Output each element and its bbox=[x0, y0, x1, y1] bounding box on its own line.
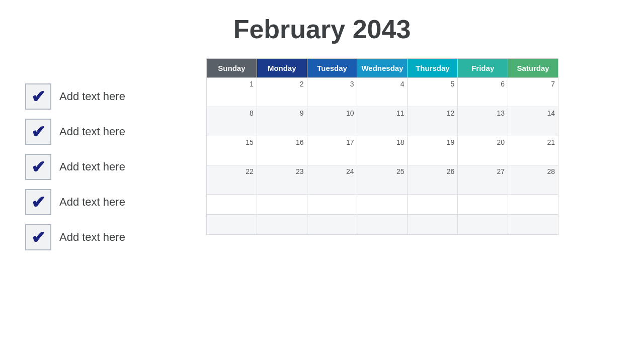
calendar-cell[interactable] bbox=[307, 215, 357, 235]
checklist-item-text: Add text here bbox=[59, 90, 125, 103]
calendar-cell[interactable] bbox=[207, 195, 257, 215]
calendar-cell[interactable]: 6 bbox=[458, 78, 508, 107]
calendar-cell[interactable]: 20 bbox=[458, 136, 508, 165]
calendar-cell[interactable]: 11 bbox=[357, 107, 408, 136]
checkmark-icon: ✔ bbox=[31, 123, 45, 140]
calendar-header-thursday: Thursday bbox=[408, 59, 458, 78]
date-number: 3 bbox=[310, 80, 354, 88]
date-number: 22 bbox=[210, 167, 254, 175]
date-number: 9 bbox=[260, 109, 304, 117]
calendar-header-wednesday: Wednesday bbox=[357, 59, 408, 78]
checkbox[interactable]: ✔ bbox=[25, 189, 51, 215]
calendar-cell[interactable] bbox=[257, 215, 307, 235]
calendar-week bbox=[207, 195, 558, 215]
date-number: 8 bbox=[210, 109, 254, 117]
date-number: 26 bbox=[411, 167, 454, 175]
checklist-item-text: Add text here bbox=[59, 125, 125, 138]
calendar-cell[interactable] bbox=[408, 215, 458, 235]
calendar-cell[interactable] bbox=[307, 195, 357, 215]
date-number: 28 bbox=[511, 167, 555, 175]
calendar-cell[interactable]: 24 bbox=[307, 165, 357, 195]
calendar-container: SundayMondayTuesdayWednesdayThursdayFrid… bbox=[206, 58, 644, 250]
calendar-cell[interactable]: 26 bbox=[408, 165, 458, 195]
calendar-cell[interactable]: 16 bbox=[257, 136, 307, 165]
date-number: 25 bbox=[360, 167, 404, 175]
calendar-cell[interactable] bbox=[357, 215, 408, 235]
calendar-cell[interactable]: 5 bbox=[408, 78, 458, 107]
calendar-cell[interactable]: 14 bbox=[508, 107, 558, 136]
calendar-cell[interactable]: 27 bbox=[458, 165, 508, 195]
calendar-week: 1234567 bbox=[207, 78, 558, 107]
checklist: ✔Add text here✔Add text here✔Add text he… bbox=[25, 58, 186, 250]
date-number: 15 bbox=[210, 138, 254, 146]
calendar-week bbox=[207, 215, 558, 235]
calendar-cell[interactable] bbox=[207, 215, 257, 235]
calendar-cell[interactable]: 23 bbox=[257, 165, 307, 195]
calendar-week: 891011121314 bbox=[207, 107, 558, 136]
date-number: 1 bbox=[210, 80, 254, 88]
calendar-cell[interactable]: 3 bbox=[307, 78, 357, 107]
calendar-cell[interactable]: 21 bbox=[508, 136, 558, 165]
calendar-cell[interactable] bbox=[508, 195, 558, 215]
calendar-cell[interactable] bbox=[458, 215, 508, 235]
calendar-cell[interactable]: 15 bbox=[207, 136, 257, 165]
calendar-cell[interactable]: 7 bbox=[508, 78, 558, 107]
checklist-item-text: Add text here bbox=[59, 196, 125, 209]
date-number: 17 bbox=[310, 138, 354, 146]
checkbox[interactable]: ✔ bbox=[25, 224, 51, 250]
calendar-cell[interactable]: 8 bbox=[207, 107, 257, 136]
checkbox[interactable]: ✔ bbox=[25, 83, 51, 110]
calendar-header-saturday: Saturday bbox=[508, 59, 558, 78]
date-number: 18 bbox=[360, 138, 404, 146]
calendar-cell[interactable] bbox=[458, 195, 508, 215]
checkmark-icon: ✔ bbox=[31, 158, 45, 175]
calendar-cell[interactable] bbox=[508, 215, 558, 235]
calendar-table: SundayMondayTuesdayWednesdayThursdayFrid… bbox=[206, 58, 558, 235]
page-title: February 2043 bbox=[0, 0, 644, 58]
calendar-cell[interactable]: 25 bbox=[357, 165, 408, 195]
calendar-week: 15161718192021 bbox=[207, 136, 558, 165]
checklist-item: ✔Add text here bbox=[25, 224, 186, 250]
date-number: 19 bbox=[411, 138, 454, 146]
checkmark-icon: ✔ bbox=[31, 194, 45, 211]
calendar-header-friday: Friday bbox=[458, 59, 508, 78]
checkbox[interactable]: ✔ bbox=[25, 119, 51, 145]
calendar-cell[interactable]: 1 bbox=[207, 78, 257, 107]
date-number: 13 bbox=[461, 109, 505, 117]
date-number: 4 bbox=[360, 80, 404, 88]
calendar-cell[interactable] bbox=[357, 195, 408, 215]
calendar-cell[interactable]: 19 bbox=[408, 136, 458, 165]
date-number: 6 bbox=[461, 80, 505, 88]
checklist-item-text: Add text here bbox=[59, 231, 125, 244]
date-number: 2 bbox=[260, 80, 304, 88]
calendar-cell[interactable] bbox=[257, 195, 307, 215]
calendar-header-sunday: Sunday bbox=[207, 59, 257, 78]
date-number: 21 bbox=[511, 138, 555, 146]
date-number: 23 bbox=[260, 167, 304, 175]
calendar-cell[interactable]: 28 bbox=[508, 165, 558, 195]
calendar-cell[interactable]: 2 bbox=[257, 78, 307, 107]
checkbox[interactable]: ✔ bbox=[25, 154, 51, 180]
calendar-week: 22232425262728 bbox=[207, 165, 558, 195]
checklist-item: ✔Add text here bbox=[25, 189, 186, 215]
calendar-cell[interactable]: 18 bbox=[357, 136, 408, 165]
checklist-item: ✔Add text here bbox=[25, 83, 186, 110]
date-number: 16 bbox=[260, 138, 304, 146]
calendar-cell[interactable]: 10 bbox=[307, 107, 357, 136]
date-number: 14 bbox=[511, 109, 555, 117]
calendar-cell[interactable]: 22 bbox=[207, 165, 257, 195]
date-number: 27 bbox=[461, 167, 505, 175]
date-number: 10 bbox=[310, 109, 354, 117]
checklist-item-text: Add text here bbox=[59, 160, 125, 173]
date-number: 11 bbox=[360, 109, 404, 117]
calendar-cell[interactable]: 9 bbox=[257, 107, 307, 136]
calendar-cell[interactable]: 4 bbox=[357, 78, 408, 107]
date-number: 5 bbox=[411, 80, 454, 88]
calendar-cell[interactable]: 17 bbox=[307, 136, 357, 165]
calendar-cell[interactable] bbox=[408, 195, 458, 215]
calendar-cell[interactable]: 12 bbox=[408, 107, 458, 136]
calendar-header-monday: Monday bbox=[257, 59, 307, 78]
calendar-cell[interactable]: 13 bbox=[458, 107, 508, 136]
checkmark-icon: ✔ bbox=[31, 88, 45, 105]
calendar-header-tuesday: Tuesday bbox=[307, 59, 357, 78]
